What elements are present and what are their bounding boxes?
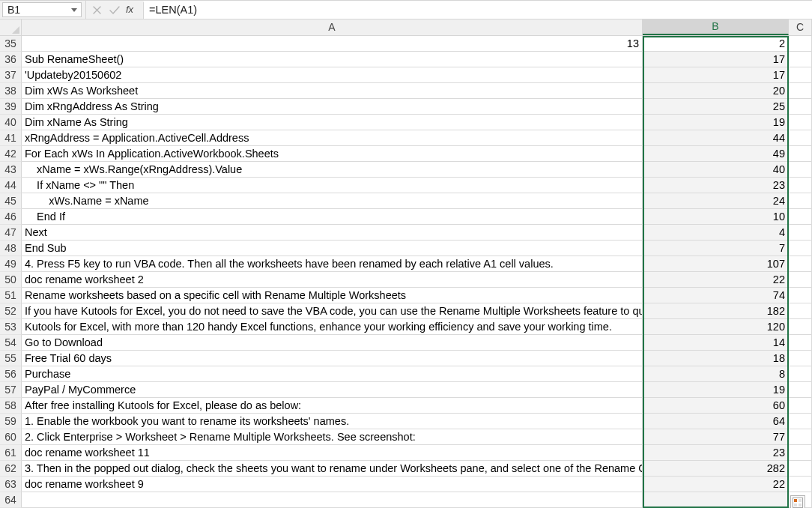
cell-b[interactable]: 74 (643, 288, 789, 303)
cell-b[interactable]: 120 (643, 319, 789, 335)
row-header[interactable]: 49 (0, 256, 22, 272)
cell-c[interactable] (789, 67, 812, 83)
quick-analysis-icon[interactable] (790, 495, 805, 508)
row-header[interactable]: 43 (0, 162, 22, 178)
cell-a[interactable]: Free Trial 60 days (22, 351, 643, 366)
cell-c[interactable] (789, 115, 812, 130)
formula-input[interactable] (149, 4, 811, 16)
cell-b[interactable]: 8 (643, 366, 789, 382)
row-header[interactable]: 42 (0, 146, 22, 162)
name-box-dropdown-icon[interactable] (69, 4, 79, 15)
cell-a[interactable]: Dim xWs As Worksheet (22, 83, 643, 99)
row-header[interactable]: 55 (0, 351, 22, 366)
cell-a[interactable]: Sub RenameSheet() (22, 52, 643, 67)
col-header-a[interactable]: A (22, 19, 643, 35)
row-header[interactable]: 35 (0, 36, 22, 52)
cell-c[interactable] (789, 130, 812, 146)
cell-b[interactable]: 17 (643, 52, 789, 67)
cell-b[interactable]: 22 (643, 272, 789, 288)
cell-a[interactable]: Go to Download (22, 335, 643, 351)
cell-a[interactable]: If you have Kutools for Excel, you do no… (22, 303, 643, 319)
cell-a[interactable]: doc rename worksheet 9 (22, 477, 643, 492)
cell-c[interactable] (789, 225, 812, 241)
cell-b[interactable]: 17 (643, 67, 789, 83)
cell-b[interactable]: 25 (643, 99, 789, 115)
cell-c[interactable] (789, 99, 812, 115)
cell-a[interactable]: End Sub (22, 241, 643, 256)
cell-a[interactable]: Next (22, 225, 643, 241)
cell-c[interactable] (789, 445, 812, 461)
cell-b[interactable]: 40 (643, 162, 789, 178)
cell-a[interactable]: If xName <> "" Then (22, 178, 643, 193)
cell-c[interactable] (789, 477, 812, 492)
row-header[interactable]: 38 (0, 83, 22, 99)
cell-b[interactable]: 19 (643, 115, 789, 130)
cell-c[interactable] (789, 319, 812, 335)
cell-b[interactable]: 23 (643, 445, 789, 461)
col-header-c[interactable]: C (789, 19, 812, 35)
cell-a[interactable]: doc rename worksheet 11 (22, 445, 643, 461)
cell-b[interactable]: 20 (643, 83, 789, 99)
cell-c[interactable] (789, 461, 812, 477)
cell-b[interactable]: 19 (643, 382, 789, 398)
cell-b[interactable]: 7 (643, 241, 789, 256)
cell-b[interactable]: 44 (643, 130, 789, 146)
cell-a[interactable]: xName = xWs.Range(xRngAddress).Value (22, 162, 643, 178)
row-header[interactable]: 36 (0, 52, 22, 67)
cell-c[interactable] (789, 52, 812, 67)
cell-c[interactable] (789, 162, 812, 178)
cell-a[interactable]: xWs.Name = xName (22, 193, 643, 209)
cell-a[interactable]: 4. Press F5 key to run VBA code. Then al… (22, 256, 643, 272)
cell-c[interactable] (789, 256, 812, 272)
cell-c[interactable] (789, 414, 812, 429)
row-header[interactable]: 60 (0, 429, 22, 445)
cell-a[interactable]: 'Updateby20150602 (22, 67, 643, 83)
cell-a[interactable]: 3. Then in the popped out dialog, check … (22, 461, 643, 477)
row-header[interactable]: 44 (0, 178, 22, 193)
cell-a[interactable]: Rename worksheets based on a specific ce… (22, 288, 643, 303)
cell-b[interactable]: 60 (643, 398, 789, 414)
row-header[interactable]: 48 (0, 241, 22, 256)
row-header[interactable]: 52 (0, 303, 22, 319)
row-header[interactable]: 39 (0, 99, 22, 115)
cell-a[interactable]: PayPal / MyCommerce (22, 382, 643, 398)
cell-a[interactable]: 1. Enable the workbook you want to renam… (22, 414, 643, 429)
row-header[interactable]: 56 (0, 366, 22, 382)
fx-icon[interactable]: fx (124, 1, 142, 18)
row-header[interactable]: 63 (0, 477, 22, 492)
cell-c[interactable] (789, 366, 812, 382)
row-header[interactable]: 50 (0, 272, 22, 288)
cell-b[interactable]: 282 (643, 461, 789, 477)
row-header[interactable]: 37 (0, 67, 22, 83)
cell-b[interactable] (643, 492, 789, 508)
cell-c[interactable] (789, 193, 812, 209)
cell-a[interactable]: Kutools for Excel, with more than 120 ha… (22, 319, 643, 335)
cell-b[interactable]: 2 (643, 36, 789, 52)
cell-c[interactable] (789, 398, 812, 414)
col-header-b[interactable]: B (643, 19, 789, 35)
row-header[interactable]: 58 (0, 398, 22, 414)
cell-a[interactable]: Dim xRngAddress As String (22, 99, 643, 115)
row-header[interactable]: 40 (0, 115, 22, 130)
cell-a[interactable]: Dim xName As String (22, 115, 643, 130)
cell-c[interactable] (789, 429, 812, 445)
row-header[interactable]: 64 (0, 492, 22, 508)
cell-c[interactable] (789, 382, 812, 398)
cell-b[interactable]: 77 (643, 429, 789, 445)
cell-a[interactable] (22, 492, 643, 508)
cell-b[interactable]: 182 (643, 303, 789, 319)
cell-b[interactable]: 23 (643, 178, 789, 193)
row-header[interactable]: 46 (0, 209, 22, 225)
cell-a[interactable]: 13 (22, 36, 643, 52)
cell-c[interactable] (789, 288, 812, 303)
cell-b[interactable]: 22 (643, 477, 789, 492)
cell-c[interactable] (789, 351, 812, 366)
cell-b[interactable]: 107 (643, 256, 789, 272)
select-all-corner[interactable] (0, 19, 22, 35)
cell-c[interactable] (789, 209, 812, 225)
cell-a[interactable]: xRngAddress = Application.ActiveCell.Add… (22, 130, 643, 146)
row-header[interactable]: 57 (0, 382, 22, 398)
cell-c[interactable] (789, 241, 812, 256)
row-header[interactable]: 62 (0, 461, 22, 477)
cell-a[interactable]: For Each xWs In Application.ActiveWorkbo… (22, 146, 643, 162)
